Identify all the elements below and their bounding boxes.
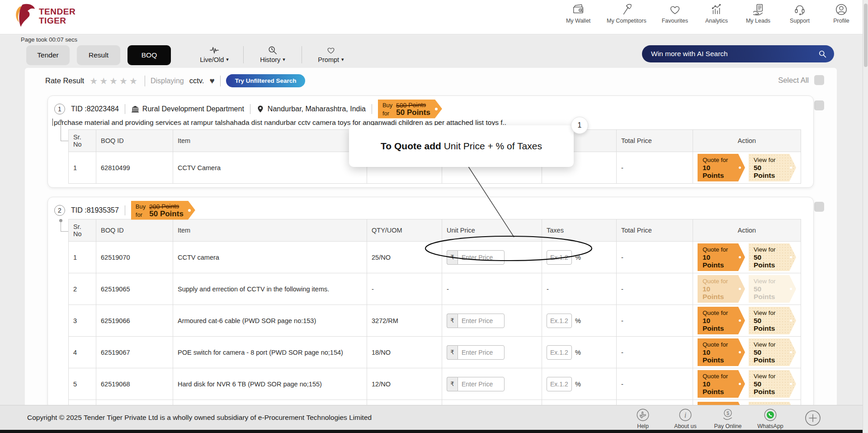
cell-item: CCTV camera bbox=[173, 242, 367, 273]
card2-checkbox[interactable] bbox=[814, 202, 824, 212]
view-for-points-button[interactable]: View for50 Points bbox=[749, 370, 796, 398]
footer-link-pay-online[interactable]: $Pay Online bbox=[713, 407, 742, 429]
cell-total-price: - bbox=[617, 152, 693, 184]
cell-taxes: - bbox=[542, 273, 617, 305]
favourite-heart-icon[interactable]: ♥ bbox=[209, 76, 214, 85]
column-header-boq-id: BOQ ID bbox=[96, 219, 173, 242]
footer-expand-button[interactable] bbox=[798, 409, 827, 427]
column-header-total-price: Total Price bbox=[617, 130, 693, 152]
unit-price-input[interactable] bbox=[458, 377, 505, 391]
tag-dot bbox=[790, 288, 792, 290]
footer-link-help[interactable]: Help bbox=[628, 407, 657, 429]
column-header-total-price: Total Price bbox=[617, 219, 693, 242]
tax-percent-input[interactable] bbox=[547, 250, 572, 265]
footer-link-whatsapp[interactable]: WhatsApp bbox=[756, 407, 785, 429]
view-for-points-button[interactable]: View for50 Points bbox=[749, 154, 796, 181]
select-all-control: Select All bbox=[778, 75, 824, 85]
tax-percent-input[interactable] bbox=[547, 377, 572, 391]
unit-price-input[interactable] bbox=[458, 314, 505, 328]
bank-icon bbox=[131, 105, 139, 113]
lead-document-icon bbox=[751, 3, 765, 16]
unit-price-input-group: ₹ bbox=[447, 314, 505, 328]
tax-percent-input[interactable] bbox=[547, 314, 572, 328]
cell-qty-uom: 12/NO bbox=[367, 368, 442, 400]
tab-result[interactable]: Result bbox=[77, 45, 120, 65]
nav-my-wallet[interactable]: My Wallet bbox=[565, 3, 591, 24]
nav-favourites[interactable]: Favourites bbox=[662, 3, 688, 24]
dropdown-live-old[interactable]: Live/Old▾ bbox=[190, 45, 239, 63]
rating-stars[interactable]: ★★★★★ bbox=[90, 76, 139, 86]
quote-for-points-button[interactable]: Quote for10 Points bbox=[698, 338, 745, 366]
quote-tooltip-text: To Quote add Unit Price + % of Taxes bbox=[381, 141, 542, 152]
view-for-points-button[interactable]: View for50 Points bbox=[749, 243, 796, 271]
tag-dot bbox=[790, 319, 792, 322]
whatsapp-icon bbox=[763, 407, 778, 423]
quote-for-points-button: Quote for10 Points bbox=[698, 275, 745, 303]
table-row: 562519068Hard disk for NVR 6 TB (PWD SOR… bbox=[69, 368, 801, 400]
search-icon[interactable] bbox=[818, 49, 827, 58]
unit-price-input-group: ₹ bbox=[447, 250, 505, 265]
footer-link-about-us[interactable]: iAbout us bbox=[671, 407, 700, 429]
percent-label: % bbox=[575, 381, 581, 388]
column-header-item: Item bbox=[173, 219, 367, 242]
tag-dot bbox=[739, 351, 741, 353]
plus-icon bbox=[804, 409, 822, 427]
dropdown-label: Live/Old bbox=[200, 56, 224, 63]
try-unfiltered-search-button[interactable]: Try Unfiltered Search bbox=[226, 74, 306, 87]
tender-tiger-logo[interactable]: TENDER TIGER bbox=[10, 2, 75, 31]
nav-label: My Wallet bbox=[566, 18, 590, 24]
nav-my-competitors[interactable]: My Competitors bbox=[607, 3, 646, 24]
card1-number-badge: 1 bbox=[54, 104, 65, 114]
unit-price-input[interactable] bbox=[458, 345, 505, 360]
card1-department: Rural Development Department bbox=[131, 105, 244, 113]
view-for-points-button[interactable]: View for50 Points bbox=[749, 338, 796, 366]
page-scrollbar[interactable] bbox=[863, 0, 868, 433]
card1-buy-points-badge[interactable]: Buyfor 500 Points50 Points bbox=[378, 100, 442, 119]
quote-for-points-button[interactable]: Quote for10 Points bbox=[698, 370, 745, 398]
cell-qty-uom: - bbox=[367, 273, 442, 305]
column-header-sr-no: Sr. No bbox=[69, 130, 96, 152]
dropdown-history[interactable]: History▾ bbox=[248, 45, 297, 63]
quote-for-points-button[interactable]: Quote for10 Points bbox=[698, 154, 745, 181]
nav-profile[interactable]: Profile bbox=[828, 3, 854, 24]
table-row: 162519070CCTV camera25/NO₹%-Quote for10 … bbox=[69, 242, 801, 273]
footer: Copyright © 2025 Tender Tiger Private Lt… bbox=[0, 405, 868, 430]
info-icon: i bbox=[678, 407, 693, 423]
table-row: 462519067POE switch for camera - 8 port … bbox=[69, 337, 801, 368]
view-for-points-button[interactable]: View for50 Points bbox=[749, 307, 796, 334]
ai-search-bar[interactable]: Win more with AI Search bbox=[642, 45, 834, 62]
cell-action: Quote for10 PointsView for50 Points bbox=[693, 152, 801, 184]
nav-analytics[interactable]: Analytics bbox=[703, 3, 730, 24]
cell-sr-no: 1 bbox=[69, 242, 96, 273]
card1-tid: TID :82023484 bbox=[71, 105, 119, 113]
cell-boq-id: 62810499 bbox=[96, 152, 173, 184]
cell-total-price: - bbox=[617, 337, 693, 368]
column-header-qty-uom: QTY/UOM bbox=[367, 219, 442, 242]
column-header-taxes: Taxes bbox=[542, 219, 617, 242]
card1-checkbox[interactable] bbox=[814, 100, 824, 110]
nav-label: Profile bbox=[833, 18, 849, 24]
nav-my-leads[interactable]: My Leads bbox=[745, 3, 771, 24]
tax-percent-input[interactable] bbox=[547, 345, 572, 360]
quote-for-points-button[interactable]: Quote for10 Points bbox=[698, 307, 745, 334]
tag-dot bbox=[790, 167, 792, 169]
unit-price-input[interactable] bbox=[458, 250, 505, 265]
cell-unit-price: ₹ bbox=[442, 242, 542, 273]
badge-dot bbox=[435, 108, 438, 110]
badge-old-points: 200 Points bbox=[149, 202, 184, 211]
tab-tender[interactable]: Tender bbox=[26, 45, 70, 65]
divider bbox=[372, 104, 372, 114]
badge-buy-label: Buy bbox=[382, 102, 392, 109]
card2-buy-points-badge[interactable]: Buyfor 200 Points50 Points bbox=[131, 201, 195, 220]
card2-tid: TID :81935357 bbox=[71, 206, 119, 214]
scrollbar-thumb[interactable] bbox=[864, 4, 868, 67]
footer-link-label: About us bbox=[674, 423, 696, 429]
select-all-checkbox[interactable] bbox=[814, 75, 824, 85]
dropdown-label: History bbox=[260, 56, 280, 63]
tab-boq[interactable]: BOQ bbox=[127, 45, 171, 65]
heart-icon bbox=[668, 3, 682, 16]
dropdown-prompt[interactable]: Prompt▾ bbox=[307, 45, 355, 63]
nav-support[interactable]: Support bbox=[787, 3, 813, 24]
headset-icon bbox=[793, 3, 807, 16]
quote-for-points-button[interactable]: Quote for10 Points bbox=[698, 243, 745, 271]
